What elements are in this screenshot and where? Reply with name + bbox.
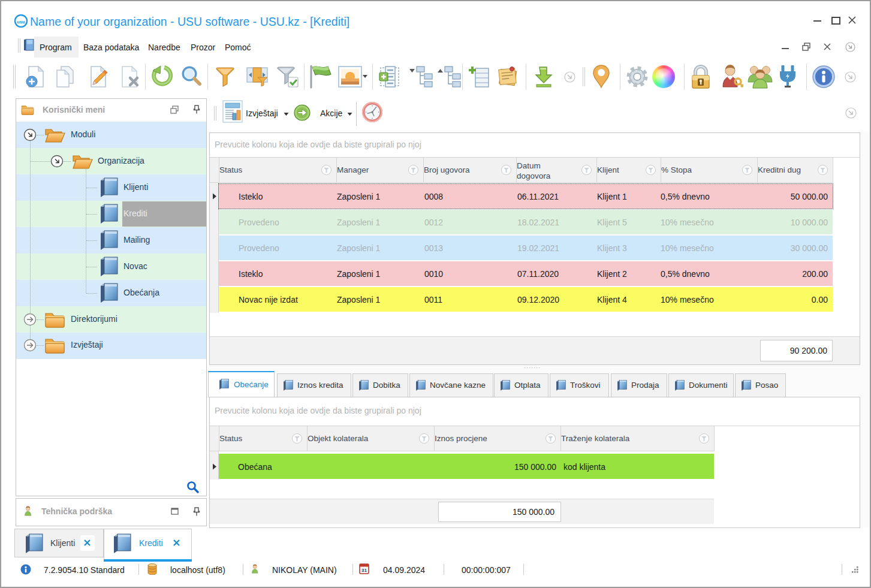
- svg-text:usu: usu: [17, 19, 25, 25]
- svg-text:31: 31: [361, 568, 367, 573]
